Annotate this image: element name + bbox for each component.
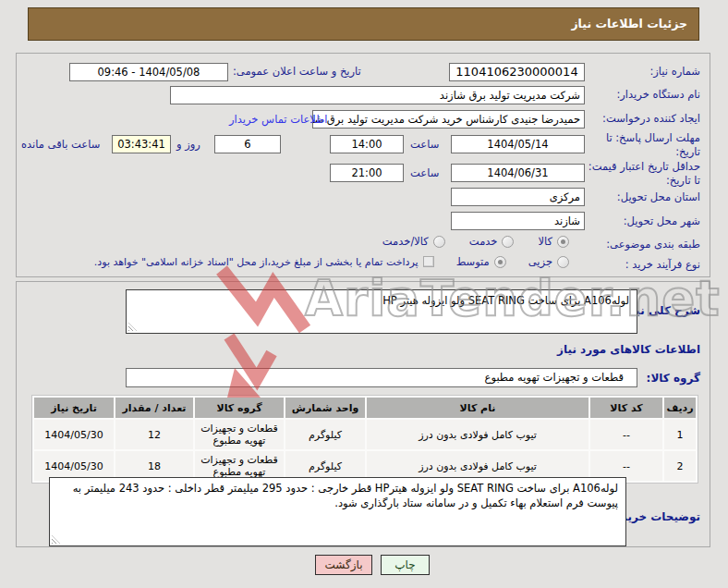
remaining-hours-label: ساعت باقی مانده (21, 138, 100, 151)
radio-option-goods-service[interactable]: کالا/خدمت (382, 235, 445, 248)
goods-group-label: گروه کالا: (647, 372, 700, 385)
table-row: 1 -- تیوب کامل فولادی بدون درز کیلوگرم ق… (34, 420, 696, 449)
validity-time-field[interactable]: 21:00 (330, 164, 404, 182)
deadline-label-line2: تاریخ: (675, 145, 700, 158)
deadline-time-field[interactable]: 14:00 (330, 135, 404, 153)
deadline-label-line1: مهلت ارسال پاسخ: تا (606, 131, 700, 144)
deadline-hour-label: ساعت (410, 138, 439, 151)
radio-icon[interactable] (557, 256, 569, 268)
process-type-options: جزیی متوسط پرداخت تمام یا بخشی از مبلغ خ… (94, 255, 569, 268)
validity-date-field[interactable]: 1404/06/31 (451, 164, 585, 182)
classification-options: کالا خدمت کالا/خدمت (382, 235, 569, 248)
col-row-number: ردیف (664, 398, 696, 418)
need-number-field[interactable]: 1104106230000014 (449, 63, 585, 81)
tender-detail-page: جزئیات اطلاعات نیاز شماره نیاز: 11041062… (0, 0, 728, 588)
radio-option-medium[interactable]: متوسط (456, 255, 506, 268)
radio-option-minor[interactable]: جزیی (528, 255, 569, 268)
announce-datetime-field[interactable]: 1404/05/08 - 09:46 (69, 63, 228, 81)
creator-label: ایجاد کننده درخواست: (602, 112, 700, 125)
remaining-timer-field: 03:43:41 (112, 135, 171, 153)
table-header-row: ردیف کد کالا نام کالا واحد شمارش گروه کا… (34, 398, 696, 418)
buyer-org-field[interactable]: شرکت مدیریت تولید برق شازند (170, 86, 585, 104)
province-field[interactable]: مرکزی (451, 188, 585, 206)
radio-icon[interactable] (557, 236, 569, 248)
page-title: جزئیات اطلاعات نیاز (28, 7, 699, 41)
need-number-label: شماره نیاز: (649, 65, 700, 78)
description-textarea[interactable]: لولهA106 برای ساخت SEAT RING ولو ایزوله … (126, 289, 637, 334)
process-type-label: نوع فرآیند خرید : (625, 258, 700, 271)
print-button[interactable]: چاپ (381, 555, 430, 575)
col-quantity: تعداد / مقدار (115, 398, 193, 418)
radio-icon[interactable] (494, 256, 506, 268)
col-goods-code: کد کالا (590, 398, 662, 418)
checkbox-icon[interactable] (423, 256, 434, 267)
resize-handle-icon[interactable] (52, 535, 60, 544)
goods-table: ردیف کد کالا نام کالا واحد شمارش گروه کا… (31, 395, 698, 484)
deadline-date-field[interactable]: 1404/05/14 (451, 135, 585, 153)
announce-datetime-label: تاریخ و ساعت اعلان عمومی: (233, 65, 361, 78)
radio-option-service[interactable]: خدمت (469, 235, 515, 248)
radio-option-goods[interactable]: کالا (538, 235, 569, 248)
resize-handle-icon[interactable] (128, 323, 137, 331)
validity-hour-label: ساعت (410, 166, 439, 179)
days-and-label: روز و (176, 138, 200, 151)
buyer-notes-textarea[interactable]: لولهA106 برای ساخت SEAT RING ولو ایزوله … (49, 477, 626, 546)
classification-label: طبقه بندی موضوعی: (606, 238, 700, 251)
goods-group-field[interactable]: قطعات و تجهیزات تهویه مطبوع (126, 368, 637, 387)
col-goods-group: گروه کالا (195, 398, 284, 418)
treasury-payment-checkbox[interactable]: پرداخت تمام یا بخشی از مبلغ خرید،از محل … (94, 256, 434, 268)
col-goods-name: نام کالا (367, 398, 588, 418)
back-button[interactable]: بازگشت (315, 555, 372, 575)
col-need-date: تاریخ نیاز (34, 398, 114, 418)
buyer-org-label: نام دستگاه خریدار: (616, 88, 700, 101)
radio-icon[interactable] (502, 236, 514, 248)
validity-label-line1: حداقل تاریخ اعتبار قیمت: (588, 160, 700, 173)
goods-info-box: شرح کلی نیاز: لولهA106 برای ساخت SEAT RI… (16, 281, 710, 547)
remaining-days-field[interactable]: 6 (214, 135, 281, 153)
radio-icon[interactable] (433, 236, 445, 248)
col-unit: واحد شمارش (285, 398, 365, 418)
validity-label-line2: تا تاریخ: (666, 174, 700, 187)
province-label: استان محل تحویل: (617, 190, 700, 203)
city-label: شهر محل تحویل: (624, 214, 700, 227)
general-info-box: شماره نیاز: 1104106230000014 تاریخ و ساع… (16, 53, 710, 277)
goods-section-title: اطلاعات کالاهای مورد نیاز (557, 343, 700, 356)
buyer-contact-link[interactable]: اطلاعات تماس خریدار (229, 113, 328, 126)
city-field[interactable]: شازند (451, 212, 585, 230)
creator-field[interactable]: حمیدرضا جنیدی کارشناس خرید شرکت مدیریت ت… (312, 110, 585, 129)
